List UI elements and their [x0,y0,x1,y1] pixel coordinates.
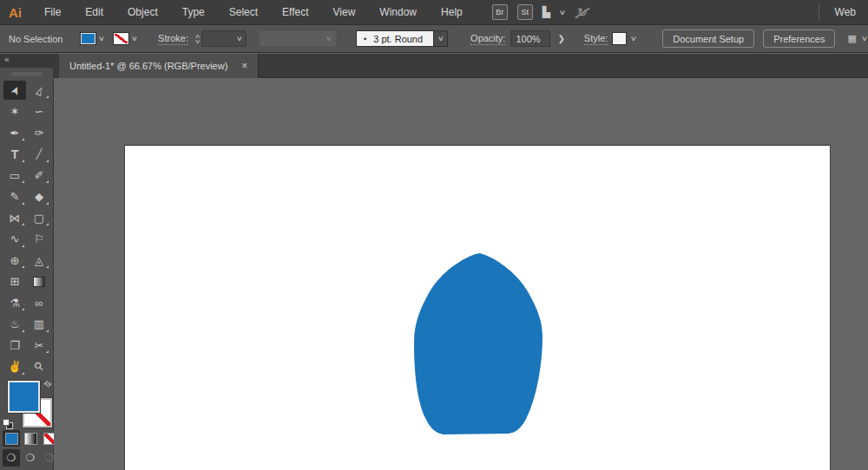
gradient-tool[interactable]: ▉ [28,272,50,291]
artboard-tool[interactable]: ❐ [3,336,26,355]
line-segment-tool[interactable]: ╱ [28,145,50,164]
lasso-tool[interactable]: ∽ [28,102,50,121]
menu-icon-group: Br St ▙ ∨ ↻ [492,4,590,20]
opacity-label[interactable]: Opacity: [470,33,505,45]
menu-item-view[interactable]: View [321,0,368,24]
curvature-tool[interactable]: ✑ [28,123,50,142]
document-tab-bar: Untitled-1* @ 66.67% (RGB/Preview) × [54,54,868,78]
document-tab[interactable]: Untitled-1* @ 66.67% (RGB/Preview) × [59,54,259,78]
chevron-down-icon[interactable]: ∨ [98,35,105,42]
artwork-layer [125,146,832,470]
menu-item-file[interactable]: File [32,0,73,24]
free-transform-tool-icon: ▢ [34,212,44,225]
tools-grid: ➤▻✶∽✒✑T╱▭✐✎◆⋈▢∿⚐⊕◬⊞▉⚗∞♨▥❐✂✌⚲ [3,80,53,377]
eraser-tool[interactable]: ◆ [28,187,50,206]
puppet-warp-tool[interactable]: ⚐ [28,230,50,249]
artboard[interactable] [124,145,831,470]
selection-tool[interactable]: ➤ [3,81,26,100]
menu-item-object[interactable]: Object [115,0,170,24]
preferences-button[interactable]: Preferences [763,29,835,48]
workspace-switcher[interactable]: Web [819,3,868,21]
width-tool[interactable]: ∿ [3,230,26,249]
column-graph-tool[interactable]: ▥ [28,315,50,334]
brush-definition-dropdown-button[interactable]: ∨ [434,30,448,47]
stroke-weight-stepper[interactable]: ∧ ∨ [195,34,200,44]
document-setup-button[interactable]: Document Setup [662,29,754,48]
menu-item-type[interactable]: Type [170,0,217,24]
line-segment-tool-icon: ╱ [36,148,43,160]
close-tab-icon[interactable]: × [241,60,247,72]
opacity-expand-icon[interactable]: ❯ [556,34,566,43]
reflect-tool[interactable]: ⋈ [3,208,26,227]
default-fill-chip [3,419,10,426]
canvas-pasteboard[interactable] [54,78,868,470]
direct-selection-tool[interactable]: ▻ [28,81,50,100]
stepper-down-icon[interactable]: ∨ [194,39,201,44]
direct-selection-tool-icon: ▻ [31,84,47,97]
selection-status: No Selection [9,34,62,44]
slice-tool[interactable]: ✂ [28,336,50,355]
collapse-panel-icon[interactable]: « [4,55,10,64]
hand-tool[interactable]: ✌ [3,357,26,376]
puppet-warp-tool-icon: ⚐ [34,232,44,245]
stroke-weight-dropdown[interactable]: ∨ [201,30,247,47]
drawing-modes-row: ❍ ❍ ❍ [3,449,58,467]
type-tool-icon: T [11,147,19,161]
fill-indicator[interactable] [8,381,40,413]
draw-normal-button[interactable]: ❍ [3,449,20,467]
arrange-documents-icon[interactable]: ▙ [542,6,550,18]
type-tool[interactable]: T [3,145,26,164]
menu-item-window[interactable]: Window [367,0,429,24]
eyedropper-tool[interactable]: ⚗ [3,293,26,312]
free-transform-tool[interactable]: ▢ [28,208,50,227]
draw-behind-button[interactable]: ❍ [22,449,39,467]
stock-button[interactable]: St [517,4,533,20]
paintbrush-tool-icon: ✐ [35,169,44,182]
zoom-tool-icon: ⚲ [31,359,46,374]
brush-definition-value[interactable]: • 3 pt. Round [356,30,434,47]
stroke-color-control[interactable]: ∨ [113,32,137,45]
swap-fill-stroke-icon[interactable]: ⇄ [42,378,54,390]
chevron-down-icon[interactable]: ∨ [131,35,138,42]
paintbrush-tool[interactable]: ✐ [28,166,50,185]
blend-tool[interactable]: ∞ [28,293,50,312]
blue-blob-shape[interactable] [414,253,542,434]
magic-wand-tool[interactable]: ✶ [3,102,26,121]
tools-panel-header: « [0,54,53,68]
shape-builder-tool[interactable]: ⊕ [3,251,26,270]
color-chip [5,433,18,445]
fill-color-swatch[interactable] [80,32,96,45]
color-button[interactable] [3,430,20,447]
align-panel-icon[interactable]: ▦ [847,33,856,44]
pencil-tool[interactable]: ✎ [3,187,26,206]
chevron-down-icon[interactable]: ∨ [861,35,868,42]
brush-definition-control[interactable]: • 3 pt. Round ∨ [356,30,448,47]
fill-color-control[interactable]: ∨ [80,32,104,45]
perspective-grid-tool[interactable]: ◬ [28,251,50,270]
menu-item-effect[interactable]: Effect [270,0,320,24]
opacity-input[interactable]: 100% [510,30,550,47]
eraser-tool-icon: ◆ [35,190,43,203]
rectangle-tool[interactable]: ▭ [3,166,26,185]
bridge-button[interactable]: Br [492,4,508,20]
menu-item-edit[interactable]: Edit [73,0,115,24]
menu-item-select[interactable]: Select [217,0,270,24]
chevron-down-icon[interactable]: ∨ [630,35,637,42]
default-fill-stroke-icon[interactable] [3,419,13,429]
gradient-button[interactable] [22,430,39,447]
pen-tool[interactable]: ✒ [3,123,26,142]
tools-panel-grip[interactable] [11,72,43,76]
zoom-tool[interactable]: ⚲ [28,357,50,376]
chevron-down-icon[interactable]: ∨ [559,9,566,16]
mesh-tool[interactable]: ⊞ [3,272,26,291]
style-swatch[interactable] [612,32,627,45]
style-label[interactable]: Style: [584,33,608,45]
symbol-sprayer-tool[interactable]: ♨ [3,315,26,334]
selection-tool-icon: ➤ [7,83,23,97]
stroke-weight-label[interactable]: Stroke: [158,33,188,45]
width-tool-icon: ∿ [10,232,20,245]
menu-item-help[interactable]: Help [429,0,475,24]
stroke-none-swatch[interactable] [113,32,129,45]
align-options-control[interactable]: ▦ ∨ [847,33,866,44]
sync-disabled-icon[interactable]: ↻ [575,5,590,19]
